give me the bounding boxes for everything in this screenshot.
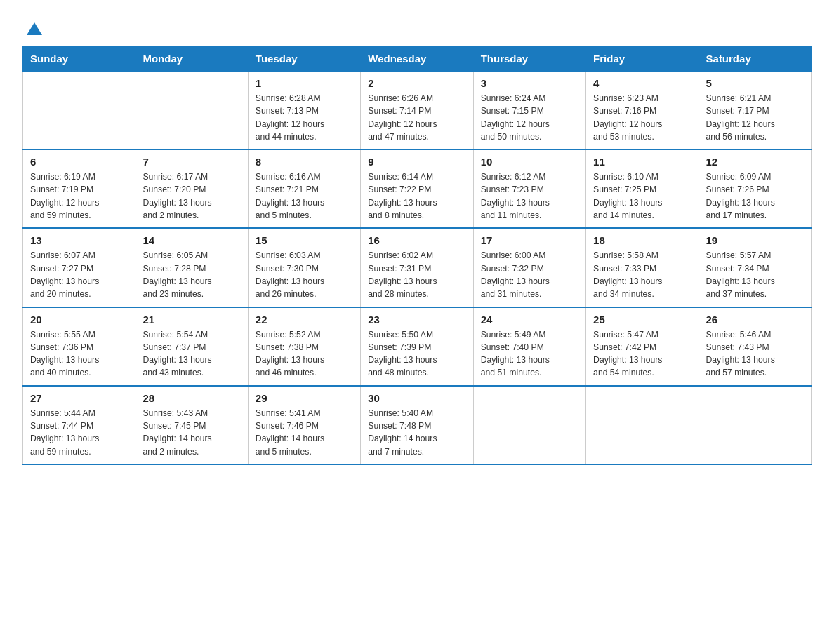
header-cell-sunday: Sunday: [23, 47, 135, 72]
day-number: 16: [368, 234, 465, 246]
header-row: SundayMondayTuesdayWednesdayThursdayFrid…: [23, 47, 812, 72]
header-cell-saturday: Saturday: [699, 47, 811, 72]
day-info: Sunrise: 6:24 AMSunset: 7:15 PMDaylight:…: [481, 92, 578, 143]
day-info: Sunrise: 5:40 AMSunset: 7:48 PMDaylight:…: [368, 407, 465, 458]
day-number: 10: [481, 156, 578, 168]
day-number: 30: [368, 392, 465, 404]
header-cell-friday: Friday: [586, 47, 699, 72]
day-info: Sunrise: 5:49 AMSunset: 7:40 PMDaylight:…: [481, 328, 578, 380]
day-cell: 28Sunrise: 5:43 AMSunset: 7:45 PMDayligh…: [135, 386, 248, 464]
day-info: Sunrise: 6:28 AMSunset: 7:13 PMDaylight:…: [256, 92, 353, 143]
week-row-1: 1Sunrise: 6:28 AMSunset: 7:13 PMDaylight…: [23, 71, 812, 149]
day-number: 5: [706, 77, 804, 89]
day-number: 29: [256, 392, 353, 404]
week-row-2: 6Sunrise: 6:19 AMSunset: 7:19 PMDaylight…: [23, 149, 812, 228]
day-cell: [473, 386, 585, 464]
day-cell: 17Sunrise: 6:00 AMSunset: 7:32 PMDayligh…: [473, 228, 585, 307]
day-number: 15: [256, 234, 353, 246]
day-number: 26: [706, 314, 804, 326]
day-cell: 14Sunrise: 6:05 AMSunset: 7:28 PMDayligh…: [135, 228, 248, 307]
page-header: [22, 17, 812, 34]
day-info: Sunrise: 6:05 AMSunset: 7:28 PMDaylight:…: [143, 249, 240, 300]
day-cell: [699, 386, 811, 464]
day-cell: 9Sunrise: 6:14 AMSunset: 7:22 PMDaylight…: [361, 149, 473, 228]
day-number: 22: [256, 314, 353, 326]
day-cell: 23Sunrise: 5:50 AMSunset: 7:39 PMDayligh…: [361, 307, 473, 386]
day-cell: 6Sunrise: 6:19 AMSunset: 7:19 PMDaylight…: [23, 149, 135, 228]
day-number: 18: [593, 234, 691, 246]
day-cell: 21Sunrise: 5:54 AMSunset: 7:37 PMDayligh…: [135, 307, 248, 386]
day-number: 4: [593, 77, 691, 89]
day-info: Sunrise: 5:55 AMSunset: 7:36 PMDaylight:…: [30, 328, 128, 380]
day-cell: 16Sunrise: 6:02 AMSunset: 7:31 PMDayligh…: [361, 228, 473, 307]
day-number: 14: [143, 234, 240, 246]
header-cell-monday: Monday: [135, 47, 248, 72]
day-number: 19: [706, 234, 804, 246]
day-cell: 8Sunrise: 6:16 AMSunset: 7:21 PMDaylight…: [248, 149, 360, 228]
day-info: Sunrise: 5:57 AMSunset: 7:34 PMDaylight:…: [706, 249, 804, 300]
day-info: Sunrise: 6:16 AMSunset: 7:21 PMDaylight:…: [256, 170, 353, 222]
day-info: Sunrise: 6:19 AMSunset: 7:19 PMDaylight:…: [30, 170, 128, 222]
day-number: 23: [368, 314, 465, 326]
day-info: Sunrise: 6:00 AMSunset: 7:32 PMDaylight:…: [481, 249, 578, 300]
svg-marker-0: [27, 22, 42, 35]
day-number: 12: [706, 156, 804, 168]
day-info: Sunrise: 6:26 AMSunset: 7:14 PMDaylight:…: [368, 92, 465, 143]
day-cell: 26Sunrise: 5:46 AMSunset: 7:43 PMDayligh…: [699, 307, 811, 386]
day-info: Sunrise: 6:07 AMSunset: 7:27 PMDaylight:…: [30, 249, 128, 300]
header-cell-wednesday: Wednesday: [361, 47, 473, 72]
day-cell: 5Sunrise: 6:21 AMSunset: 7:17 PMDaylight…: [699, 71, 811, 149]
day-number: 9: [368, 156, 465, 168]
day-info: Sunrise: 6:21 AMSunset: 7:17 PMDaylight:…: [706, 92, 804, 143]
day-cell: 13Sunrise: 6:07 AMSunset: 7:27 PMDayligh…: [23, 228, 135, 307]
day-number: 27: [30, 392, 128, 404]
calendar-table: SundayMondayTuesdayWednesdayThursdayFrid…: [22, 46, 812, 465]
day-info: Sunrise: 5:41 AMSunset: 7:46 PMDaylight:…: [256, 407, 353, 458]
day-number: 21: [143, 314, 240, 326]
day-number: 8: [256, 156, 353, 168]
day-cell: [586, 386, 699, 464]
logo-icon: [24, 17, 45, 38]
day-info: Sunrise: 6:23 AMSunset: 7:16 PMDaylight:…: [593, 92, 691, 143]
day-info: Sunrise: 6:14 AMSunset: 7:22 PMDaylight:…: [368, 170, 465, 222]
calendar-header: SundayMondayTuesdayWednesdayThursdayFrid…: [23, 47, 812, 72]
day-number: 20: [30, 314, 128, 326]
day-info: Sunrise: 6:10 AMSunset: 7:25 PMDaylight:…: [593, 170, 691, 222]
day-cell: 20Sunrise: 5:55 AMSunset: 7:36 PMDayligh…: [23, 307, 135, 386]
day-cell: 27Sunrise: 5:44 AMSunset: 7:44 PMDayligh…: [23, 386, 135, 464]
day-info: Sunrise: 6:09 AMSunset: 7:26 PMDaylight:…: [706, 170, 804, 222]
day-info: Sunrise: 5:47 AMSunset: 7:42 PMDaylight:…: [593, 328, 691, 380]
day-info: Sunrise: 5:52 AMSunset: 7:38 PMDaylight:…: [256, 328, 353, 380]
week-row-5: 27Sunrise: 5:44 AMSunset: 7:44 PMDayligh…: [23, 386, 812, 464]
day-cell: 2Sunrise: 6:26 AMSunset: 7:14 PMDaylight…: [361, 71, 473, 149]
day-info: Sunrise: 6:17 AMSunset: 7:20 PMDaylight:…: [143, 170, 240, 222]
day-cell: [135, 71, 248, 149]
day-number: 1: [256, 77, 353, 89]
day-cell: 30Sunrise: 5:40 AMSunset: 7:48 PMDayligh…: [361, 386, 473, 464]
day-number: 2: [368, 77, 465, 89]
day-number: 17: [481, 234, 578, 246]
day-cell: 1Sunrise: 6:28 AMSunset: 7:13 PMDaylight…: [248, 71, 360, 149]
day-cell: 15Sunrise: 6:03 AMSunset: 7:30 PMDayligh…: [248, 228, 360, 307]
day-cell: 11Sunrise: 6:10 AMSunset: 7:25 PMDayligh…: [586, 149, 699, 228]
day-number: 11: [593, 156, 691, 168]
day-number: 7: [143, 156, 240, 168]
day-info: Sunrise: 5:44 AMSunset: 7:44 PMDaylight:…: [30, 407, 128, 458]
week-row-4: 20Sunrise: 5:55 AMSunset: 7:36 PMDayligh…: [23, 307, 812, 386]
week-row-3: 13Sunrise: 6:07 AMSunset: 7:27 PMDayligh…: [23, 228, 812, 307]
day-info: Sunrise: 5:54 AMSunset: 7:37 PMDaylight:…: [143, 328, 240, 380]
day-cell: 7Sunrise: 6:17 AMSunset: 7:20 PMDaylight…: [135, 149, 248, 228]
day-number: 3: [481, 77, 578, 89]
day-number: 24: [481, 314, 578, 326]
calendar-body: 1Sunrise: 6:28 AMSunset: 7:13 PMDaylight…: [23, 71, 812, 464]
day-info: Sunrise: 5:43 AMSunset: 7:45 PMDaylight:…: [143, 407, 240, 458]
day-info: Sunrise: 5:50 AMSunset: 7:39 PMDaylight:…: [368, 328, 465, 380]
day-info: Sunrise: 5:58 AMSunset: 7:33 PMDaylight:…: [593, 249, 691, 300]
day-cell: 29Sunrise: 5:41 AMSunset: 7:46 PMDayligh…: [248, 386, 360, 464]
day-info: Sunrise: 6:02 AMSunset: 7:31 PMDaylight:…: [368, 249, 465, 300]
day-number: 13: [30, 234, 128, 246]
day-cell: 18Sunrise: 5:58 AMSunset: 7:33 PMDayligh…: [586, 228, 699, 307]
day-cell: 3Sunrise: 6:24 AMSunset: 7:15 PMDaylight…: [473, 71, 585, 149]
day-cell: 25Sunrise: 5:47 AMSunset: 7:42 PMDayligh…: [586, 307, 699, 386]
day-cell: 12Sunrise: 6:09 AMSunset: 7:26 PMDayligh…: [699, 149, 811, 228]
